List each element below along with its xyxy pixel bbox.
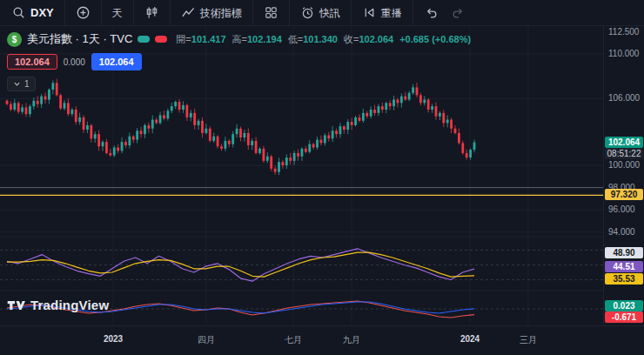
price-scale[interactable] [603, 26, 644, 325]
time-axis-label: 七月 [278, 334, 309, 346]
tradingview-logo-text: TradingView [30, 298, 109, 312]
layout-grid-icon [264, 5, 278, 20]
ohlc-values: 開=101.417 高=102.194 低=101.340 收=102.064 … [176, 33, 471, 46]
indicators-button[interactable]: 技術指標 [175, 3, 248, 23]
time-axis[interactable]: 2023四月七月九月2024三月 [0, 325, 644, 355]
undo-button[interactable] [418, 3, 445, 23]
legend-symbol-row: $ 美元指數 · 1天 · TVC 開=101.417 高=102.194 低=… [7, 31, 471, 47]
undo-icon [424, 5, 439, 20]
toolbar-separator [351, 0, 352, 25]
redo-icon [451, 5, 466, 20]
time-axis-labels: 2023四月七月九月2024三月 [0, 326, 644, 355]
compare-button[interactable] [70, 3, 97, 23]
toolbar-separator [413, 0, 413, 25]
legend-symbol-title[interactable]: 美元指數 · 1天 · TVC [27, 31, 132, 47]
toolbar-separator [252, 0, 253, 25]
layout-grid-button[interactable] [258, 3, 285, 23]
ohlc-high-label: 高= [232, 34, 247, 44]
ohlc-open-value: 101.417 [191, 34, 226, 44]
time-axis-label: 三月 [513, 334, 544, 346]
toolbar-separator [64, 0, 65, 25]
interval-button[interactable]: 天 [106, 5, 129, 21]
legend-collapse-button[interactable]: 1 [7, 77, 36, 91]
interval-label: 天 [112, 8, 123, 18]
toolbar-separator [170, 0, 171, 25]
toolbar-separator [133, 0, 134, 25]
collapsed-indicator-count: 1 [24, 79, 30, 89]
candlestick-icon [144, 5, 159, 20]
ohlc-low-label: 低= [288, 34, 303, 44]
alerts-label: 快訊 [319, 8, 340, 18]
trading-buttons-row: 102.064 0.000 102.064 [7, 53, 142, 70]
chevron-down-icon [13, 81, 21, 87]
symbol-logo: $ [7, 32, 22, 47]
ohlc-low-value: 101.340 [303, 34, 338, 44]
time-axis-label: 2023 [97, 334, 129, 344]
ohlc-close-label: 收= [344, 34, 359, 44]
buy-button[interactable]: 102.064 [91, 53, 142, 70]
tradingview-app: DXY 天 技術指標 [0, 0, 644, 355]
toolbar-separator [101, 0, 102, 25]
ohlc-close-value: 102.064 [359, 34, 393, 44]
ohlc-high-value: 102.194 [247, 34, 282, 44]
symbol-search-label: DXY [30, 7, 54, 18]
symbol-search-button[interactable]: DXY [5, 3, 60, 23]
spread-value: 0.000 [64, 57, 85, 67]
search-icon [11, 5, 26, 20]
replay-icon [362, 5, 377, 20]
chart-legend: $ 美元指數 · 1天 · TVC 開=101.417 高=102.194 低=… [7, 31, 471, 91]
replay-label: 重播 [381, 8, 402, 18]
sell-button[interactable]: 102.064 [7, 54, 57, 70]
top-toolbar: DXY 天 技術指標 [0, 0, 644, 26]
replay-button[interactable]: 重播 [356, 3, 408, 23]
legend-pill-red[interactable] [155, 36, 167, 43]
alarm-clock-icon [300, 5, 315, 20]
chart-type-button[interactable] [138, 3, 165, 23]
change-value: +0.685 (+0.68%) [399, 34, 471, 44]
tradingview-logo[interactable]: TradingView [7, 298, 109, 312]
plus-circle-icon [76, 5, 91, 20]
indicators-icon [181, 5, 196, 20]
indicators-label: 技術指標 [200, 8, 242, 18]
alerts-button[interactable]: 快訊 [294, 3, 346, 23]
ohlc-open-label: 開= [176, 34, 191, 44]
time-axis-label: 九月 [336, 334, 367, 346]
time-axis-label: 四月 [191, 334, 222, 346]
time-axis-label: 2024 [454, 334, 486, 344]
tradingview-logo-icon [7, 298, 25, 312]
redo-button[interactable] [445, 3, 472, 23]
toolbar-separator [289, 0, 290, 25]
legend-pill-green[interactable] [138, 36, 150, 43]
